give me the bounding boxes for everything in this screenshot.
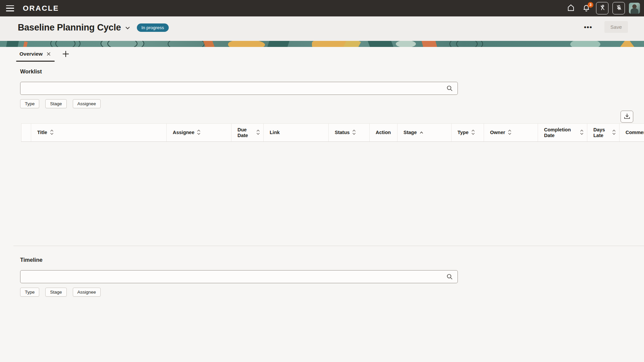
person-slash-icon	[599, 4, 606, 12]
column-label: Action	[376, 130, 391, 135]
download-button[interactable]	[621, 111, 633, 123]
user-avatar[interactable]	[629, 3, 640, 14]
timeline-canvas	[0, 299, 644, 362]
sort-icon	[508, 129, 512, 136]
tab-overview-label: Overview	[19, 51, 43, 57]
plus-icon	[62, 50, 69, 59]
notification-badge: 3	[588, 2, 593, 8]
column-label: Title	[37, 130, 47, 135]
column-label: Owner	[490, 130, 505, 135]
column-header-comments[interactable]: Comments	[620, 124, 644, 142]
decorative-banner	[0, 41, 644, 47]
column-label: Days Late	[593, 127, 609, 138]
column-header-status[interactable]: Status	[329, 124, 370, 142]
column-label: Stage	[404, 130, 417, 135]
column-header-completion-date[interactable]: Completion Date	[538, 124, 587, 142]
assistant-button[interactable]	[596, 2, 608, 14]
timeline-searchbox	[20, 270, 458, 283]
worklist-heading: Worklist	[20, 68, 42, 75]
column-header-gutter	[21, 124, 31, 142]
microphone-muted-button[interactable]	[612, 2, 625, 14]
top-app-bar: ORACLE 3	[0, 0, 644, 16]
timeline-filter-chips: TypeStageAssignee	[20, 288, 101, 297]
tab-bar: Overview	[16, 47, 69, 62]
tab-overview[interactable]: Overview	[16, 47, 55, 62]
column-header-due-date[interactable]: Due Date	[231, 124, 264, 142]
column-label: Due Date	[237, 127, 254, 138]
notifications-button[interactable]: 3	[581, 3, 592, 14]
download-icon	[624, 113, 630, 120]
column-header-title[interactable]: Title	[31, 124, 167, 142]
more-actions-button[interactable]: •••	[583, 21, 593, 33]
sort-icon	[50, 129, 54, 136]
home-icon	[567, 4, 575, 13]
save-button[interactable]: Save	[604, 21, 628, 33]
column-label: Type	[458, 130, 469, 135]
sort-ascending-icon	[420, 130, 423, 135]
search-icon[interactable]	[446, 274, 453, 280]
home-button[interactable]	[565, 3, 577, 14]
ellipsis-icon: •••	[584, 23, 592, 31]
sort-icon	[471, 129, 475, 136]
mic-slash-icon	[615, 4, 623, 12]
column-header-days-late[interactable]: Days Late	[587, 124, 620, 142]
column-header-link[interactable]: Link	[264, 124, 329, 142]
sort-icon	[256, 129, 260, 136]
worklist-filter-chip-type[interactable]: Type	[20, 99, 39, 108]
worklist-searchbox	[20, 82, 458, 95]
title-dropdown-chevron-icon[interactable]	[125, 26, 130, 29]
page-title: Baseline Planning Cycle	[18, 22, 121, 33]
column-label: Link	[270, 130, 280, 135]
column-header-type[interactable]: Type	[451, 124, 484, 142]
worklist-search-input[interactable]	[20, 82, 446, 95]
oracle-logo: ORACLE	[23, 4, 59, 13]
timeline-search-input[interactable]	[20, 270, 446, 283]
worklist-filter-chip-stage[interactable]: Stage	[45, 99, 66, 108]
column-header-stage[interactable]: Stage	[397, 124, 451, 142]
worklist-table-viewport: TitleAssigneeDue DateLinkStatusActionSta…	[21, 123, 644, 228]
column-header-owner[interactable]: Owner	[484, 124, 538, 142]
timeline-filter-chip-assignee[interactable]: Assignee	[73, 288, 101, 297]
tab-close-icon[interactable]	[47, 52, 51, 56]
column-label: Comments	[626, 130, 644, 135]
column-label: Assignee	[173, 130, 194, 135]
column-header-action[interactable]: Action	[370, 124, 397, 142]
sort-icon	[352, 129, 356, 136]
search-icon[interactable]	[446, 85, 453, 92]
sort-icon	[197, 129, 201, 136]
worklist-table: TitleAssigneeDue DateLinkStatusActionSta…	[21, 123, 644, 142]
status-badge: In progress	[137, 23, 169, 32]
column-header-assignee[interactable]: Assignee	[167, 124, 231, 142]
page-header: Baseline Planning Cycle In progress ••• …	[0, 16, 644, 41]
column-label: Completion Date	[544, 127, 577, 138]
timeline-filter-chip-type[interactable]: Type	[20, 288, 39, 297]
timeline-filter-chip-stage[interactable]: Stage	[45, 288, 66, 297]
table-header-row: TitleAssigneeDue DateLinkStatusActionSta…	[21, 124, 644, 142]
hamburger-menu-icon[interactable]	[6, 5, 15, 12]
worklist-filter-chips: TypeStageAssignee	[20, 99, 101, 108]
timeline-heading: Timeline	[20, 257, 43, 263]
column-label: Status	[335, 130, 350, 135]
sort-icon	[612, 129, 616, 136]
add-tab-button[interactable]	[62, 50, 69, 59]
sort-icon	[580, 129, 584, 136]
section-divider	[13, 246, 644, 246]
worklist-filter-chip-assignee[interactable]: Assignee	[73, 99, 101, 108]
